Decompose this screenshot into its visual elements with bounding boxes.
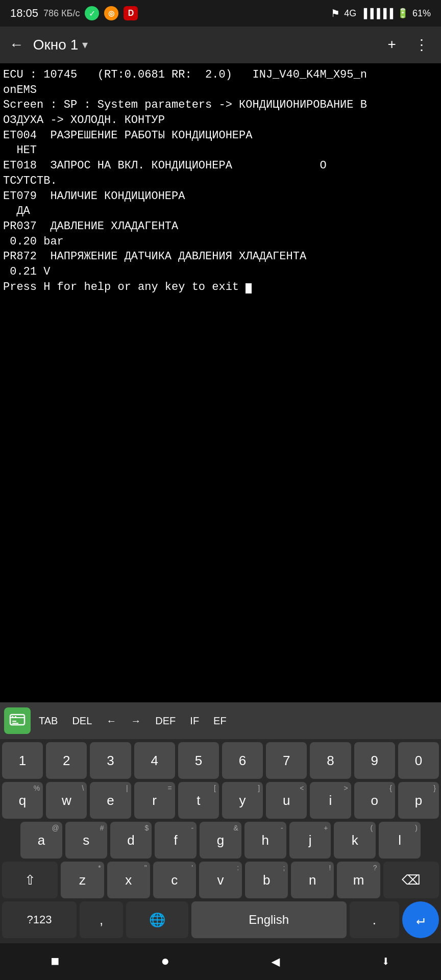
key-h[interactable]: -h: [244, 822, 286, 859]
key-k[interactable]: (k: [334, 822, 376, 859]
status-network-speed: 786 КБ/с: [43, 8, 80, 19]
key-2[interactable]: 2: [46, 742, 87, 779]
key-u[interactable]: <u: [266, 782, 307, 819]
app-bar-actions: + ⋮: [383, 34, 433, 56]
network-type: 4G: [344, 8, 356, 19]
toolbar-buttons: TABDEL←→DEFIFEF: [33, 711, 437, 731]
key-g[interactable]: &g: [200, 822, 241, 859]
toolbar-btn-[interactable]: →: [125, 711, 147, 731]
window-title: Окно 1: [33, 37, 78, 53]
keyboard-row-zxcv: ⇧*z"x'c:v;b!n?m⌫: [2, 862, 439, 898]
battery-icon: 🔋: [397, 8, 408, 19]
toolbar-btn-if[interactable]: IF: [184, 711, 205, 731]
key-v[interactable]: :v: [199, 862, 242, 898]
key-d[interactable]: $d: [110, 822, 152, 859]
status-bar: 18:05 786 КБ/с ✓ ◎ D ⚑ 4G ▐▐▐▐▐ 🔋 61%: [0, 0, 441, 27]
toolbar-btn-def[interactable]: DEF: [149, 711, 182, 731]
toolbar-btn-ef[interactable]: EF: [207, 711, 233, 731]
key-enter[interactable]: ↵: [402, 901, 439, 938]
keyboard-row-numbers: 1234567890: [2, 742, 439, 779]
nav-home-button[interactable]: ●: [151, 950, 180, 974]
key-b[interactable]: ;b: [245, 862, 288, 898]
svg-rect-2: [12, 716, 13, 718]
add-button[interactable]: +: [383, 35, 400, 55]
svg-rect-3: [15, 716, 16, 718]
key-m[interactable]: ?m: [337, 862, 380, 898]
key-8[interactable]: 8: [310, 742, 351, 779]
nav-square-button[interactable]: ■: [41, 950, 70, 974]
key-globe[interactable]: 🌐: [126, 901, 188, 938]
toolbar-btn-tab[interactable]: TAB: [33, 711, 64, 731]
status-time: 18:05: [10, 7, 38, 20]
app-bar-title: Окно 1 ▾: [33, 37, 375, 53]
cursor: [246, 283, 252, 293]
key-z[interactable]: *z: [61, 862, 104, 898]
key-dot[interactable]: .: [350, 901, 399, 938]
key-5[interactable]: 5: [178, 742, 219, 779]
keyboard-toolbar: TABDEL←→DEFIFEF: [0, 702, 441, 739]
key-6[interactable]: 6: [222, 742, 263, 779]
key-9[interactable]: 9: [354, 742, 395, 779]
bottom-nav: ■ ● ◀ ⬇: [0, 943, 441, 980]
key-backspace[interactable]: ⌫: [383, 862, 439, 898]
nav-down-button[interactable]: ⬇: [372, 949, 401, 974]
key-y[interactable]: ]y: [222, 782, 263, 819]
keyboard: 1234567890 %q\w|e=r[t]y<u>i{o}p @a#s$d-f…: [0, 739, 441, 943]
keyboard-row-asdf: @a#s$d-f&g-h+j(k)l: [2, 822, 439, 859]
bluetooth-icon: ⚑: [331, 7, 340, 19]
terminal-icon-button[interactable]: [4, 707, 31, 734]
key-t[interactable]: [t: [178, 782, 219, 819]
whatsapp-icon: ✓: [85, 6, 99, 20]
status-right: ⚑ 4G ▐▐▐▐▐ 🔋 61%: [331, 7, 431, 19]
key-i[interactable]: >i: [310, 782, 351, 819]
key-3[interactable]: 3: [90, 742, 131, 779]
orange-app-icon: ◎: [104, 6, 118, 20]
key-x[interactable]: "x: [107, 862, 150, 898]
key-p[interactable]: }p: [398, 782, 439, 819]
key-space[interactable]: English: [191, 901, 347, 938]
status-left: 18:05 786 КБ/с ✓ ◎ D: [10, 6, 138, 20]
key-n[interactable]: !n: [291, 862, 334, 898]
key-j[interactable]: +j: [289, 822, 331, 859]
key-f[interactable]: -f: [155, 822, 197, 859]
back-button[interactable]: ←: [8, 33, 25, 57]
menu-button[interactable]: ⋮: [410, 34, 433, 56]
key-7[interactable]: 7: [266, 742, 307, 779]
key-4[interactable]: 4: [134, 742, 175, 779]
key-l[interactable]: )l: [379, 822, 421, 859]
dropdown-icon[interactable]: ▾: [82, 38, 88, 52]
nav-back-button[interactable]: ◀: [261, 949, 290, 974]
key-e[interactable]: |e: [90, 782, 131, 819]
key-a[interactable]: @a: [20, 822, 62, 859]
red-app-icon: D: [124, 6, 138, 20]
toolbar-btn-[interactable]: ←: [100, 711, 122, 731]
key-o[interactable]: {o: [354, 782, 395, 819]
keyboard-row-bottom: ?123,🌐English.↵: [2, 901, 439, 938]
key-0[interactable]: 0: [398, 742, 439, 779]
key-shift[interactable]: ⇧: [2, 862, 58, 898]
terminal-output: ECU : 10745 (RT:0.0681 RR: 2.0) INJ_V40_…: [0, 63, 441, 702]
signal-icon: ▐▐▐▐▐: [360, 8, 393, 19]
keyboard-row-qwerty: %q\w|e=r[t]y<u>i{o}p: [2, 782, 439, 819]
battery-percent: 61%: [412, 8, 431, 19]
toolbar-btn-del[interactable]: DEL: [66, 711, 98, 731]
key-c[interactable]: 'c: [153, 862, 196, 898]
key-q[interactable]: %q: [2, 782, 43, 819]
key-comma[interactable]: ,: [80, 901, 123, 938]
key-w[interactable]: \w: [46, 782, 87, 819]
app-bar: ← Окно 1 ▾ + ⋮: [0, 27, 441, 63]
key-s[interactable]: #s: [65, 822, 107, 859]
key-r[interactable]: =r: [134, 782, 175, 819]
key-symbols[interactable]: ?123: [2, 901, 77, 938]
key-1[interactable]: 1: [2, 742, 43, 779]
